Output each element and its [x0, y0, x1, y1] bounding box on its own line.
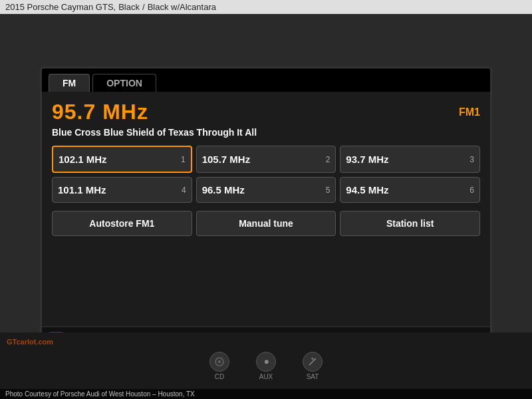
screen-content: 95.7 MHz FM1 Blue Cross Blue Shield of T… — [42, 92, 490, 327]
preset-btn-4[interactable]: 101.1 MHz 4 — [52, 177, 192, 203]
watermark: GTcarlot.com — [7, 338, 53, 346]
preset-num-5: 5 — [326, 186, 331, 195]
preset-num-3: 3 — [469, 155, 474, 164]
cd-button[interactable] — [209, 352, 229, 372]
cd-label: CD — [209, 373, 229, 380]
aux-icon: ⏺ — [263, 358, 269, 365]
top-bar: 2015 Porsche Cayman GTS, Black / Black w… — [0, 0, 532, 14]
credit-text: Photo Courtesy of Porsche Audi of West H… — [5, 390, 195, 398]
photo-credit: Photo Courtesy of Porsche Audi of West H… — [0, 389, 532, 399]
freq-row: 95.7 MHz FM1 — [52, 100, 480, 124]
preset-num-4: 4 — [182, 186, 186, 195]
manual-tune-button[interactable]: Manual tune — [196, 211, 336, 236]
sat-button[interactable] — [303, 352, 323, 372]
watermark-suffix: carlot.com — [16, 338, 53, 346]
preset-freq-2: 105.7 MHz — [202, 154, 251, 165]
station-list-button[interactable]: Station list — [340, 211, 480, 236]
preset-btn-5[interactable]: 96.5 MHz 5 — [196, 177, 336, 203]
svg-point-4 — [218, 360, 221, 363]
photo-frame: 2015 Porsche Cayman GTS, Black / Black w… — [0, 0, 532, 399]
tabs-row: FM OPTION — [42, 68, 490, 92]
main-frequency: 95.7 MHz — [52, 100, 148, 124]
preset-freq-1: 102.1 MHz — [59, 154, 107, 165]
aux-label: AUX — [256, 373, 276, 380]
presets-grid: 102.1 MHz 1 105.7 MHz 2 93.7 MHz 3 101.1… — [52, 146, 480, 203]
color1: Black — [118, 2, 140, 12]
fm-band-badge: FM1 — [459, 106, 480, 118]
bottom-controls: CD ⏺ AUX SAT — [209, 352, 323, 380]
preset-freq-4: 101.1 MHz — [58, 184, 106, 196]
autostore-button[interactable]: Autostore FM1 — [52, 211, 192, 236]
preset-num-6: 6 — [469, 186, 474, 195]
separator: / — [142, 2, 145, 12]
infotainment-screen: FM OPTION 95.7 MHz FM1 Blue Cross Blue S… — [40, 66, 492, 352]
car-title: 2015 Porsche Cayman GTS, — [5, 2, 116, 12]
cd-control: CD — [209, 352, 229, 380]
preset-num-2: 2 — [326, 155, 331, 164]
preset-freq-3: 93.7 MHz — [346, 154, 388, 165]
preset-freq-5: 96.5 MHz — [202, 184, 245, 196]
color2: Black w/Alcantara — [148, 2, 216, 12]
sat-label: SAT — [303, 373, 323, 380]
preset-btn-2[interactable]: 105.7 MHz 2 — [196, 146, 336, 173]
actions-row: Autostore FM1 Manual tune Station list — [52, 211, 480, 236]
tab-fm[interactable]: FM — [49, 74, 90, 92]
tab-option[interactable]: OPTION — [92, 74, 156, 92]
station-name: Blue Cross Blue Shield of Texas Through … — [52, 127, 480, 138]
preset-btn-1[interactable]: 102.1 MHz 1 — [52, 146, 192, 173]
preset-num-1: 1 — [181, 155, 186, 164]
preset-btn-3[interactable]: 93.7 MHz 3 — [340, 146, 480, 173]
sat-control: SAT — [303, 352, 323, 380]
preset-freq-6: 94.5 MHz — [346, 184, 388, 196]
aux-control: ⏺ AUX — [256, 352, 276, 380]
aux-button[interactable]: ⏺ — [256, 352, 276, 372]
preset-btn-6[interactable]: 94.5 MHz 6 — [340, 177, 480, 203]
watermark-brand: GT — [7, 338, 16, 346]
